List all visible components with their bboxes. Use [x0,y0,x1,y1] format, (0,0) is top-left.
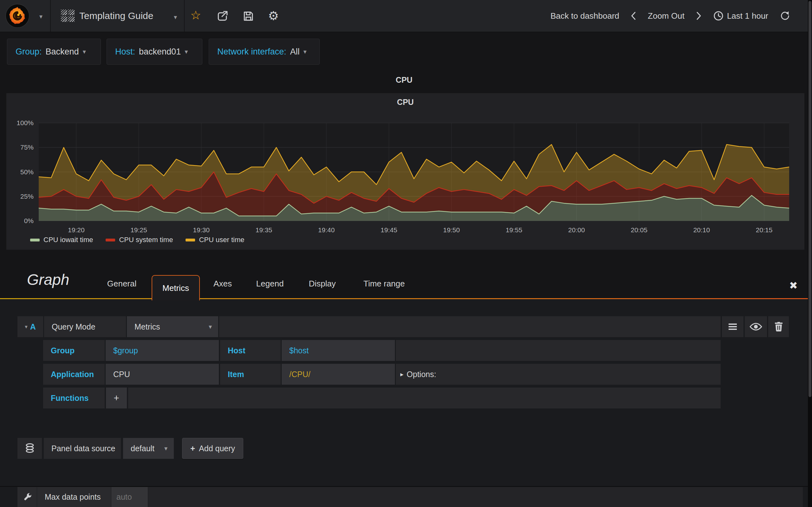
tab-underline [0,298,808,299]
legend-item[interactable]: CPU system time [106,236,173,244]
back-to-dashboard-button[interactable]: Back to dashboard [551,11,619,21]
caret-down-icon: ▾ [209,323,212,331]
options-toggle[interactable]: ▸ Options: [396,364,721,385]
svg-text:20:10: 20:10 [693,226,710,233]
refresh-icon[interactable] [780,10,791,21]
tab-general[interactable]: General [105,279,138,289]
dashboard-grid-icon[interactable] [61,9,74,22]
caret-down-icon: ▾ [164,445,167,452]
plus-icon: + [190,444,195,453]
variable-value: Backend [46,47,79,57]
query-mode-label: Query Mode [44,316,126,337]
scrollbar-thumb[interactable] [809,1,811,397]
variable-label: Host: [115,47,135,57]
query-row-spacer [219,316,721,337]
legend-swatch [30,239,40,241]
svg-text:25%: 25% [20,193,34,200]
datasource-select[interactable]: default ▾ [123,438,174,459]
variable-label: Group: [15,47,42,57]
variable-label: Network interface: [217,47,287,57]
svg-text:20:15: 20:15 [756,226,773,233]
query-row-spacer [396,340,721,361]
legend-label: CPU system time [119,236,173,244]
svg-text:100%: 100% [16,119,34,126]
max-data-points-label: Max data points [37,487,111,507]
bottom-row-spacer [148,487,803,507]
query-toggle-visibility-button[interactable] [745,316,767,337]
time-range-label: Last 1 hour [727,11,768,21]
host-segment-input[interactable]: $host [282,340,395,361]
legend-swatch [186,239,195,241]
shift-time-forward-icon[interactable] [696,11,702,20]
tab-time-range[interactable]: Time range [360,279,408,289]
group-segment-input[interactable]: $group [106,340,219,361]
svg-text:19:20: 19:20 [68,226,85,233]
legend-item[interactable]: CPU user time [186,236,244,244]
variable-dropdown-network-interface[interactable]: Network interface: All ▾ [209,39,320,65]
svg-text:75%: 75% [20,144,34,151]
grafana-logo[interactable] [5,3,30,28]
variable-dropdown-host[interactable]: Host: backend01 ▾ [107,39,202,65]
caret-right-icon: ▸ [400,371,403,377]
time-picker-button[interactable]: Last 1 hour [713,10,768,21]
group-label: Group [43,340,105,361]
datasource-value: default [131,444,154,453]
query-ref-id: A [30,322,36,331]
tab-display[interactable]: Display [307,279,338,289]
wrench-icon [22,492,32,502]
star-icon[interactable]: ☆ [190,8,201,22]
query-mode-select[interactable]: Metrics ▾ [127,316,218,337]
query-row-spacer [128,388,721,408]
zoom-out-button[interactable]: Zoom Out [648,11,684,21]
dashboard-row-title[interactable]: CPU [0,75,808,84]
caret-down-icon: ▾ [304,49,307,55]
legend-swatch [106,239,115,241]
tab-metrics[interactable]: Metrics [152,275,200,300]
svg-text:19:40: 19:40 [318,226,335,233]
query-menu-button[interactable] [722,316,744,337]
tab-axes[interactable]: Axes [211,279,235,289]
add-function-button[interactable]: + [106,388,127,408]
section-divider [0,486,808,487]
tab-legend[interactable]: Legend [253,279,287,289]
clock-icon [713,10,724,21]
dashboard-title[interactable]: Templating Guide [79,10,153,21]
dashboard-title-caret-icon[interactable]: ▾ [174,14,177,20]
save-icon[interactable] [242,10,254,22]
navbar: ▾ Templating Guide ▾ ☆ ⚙ Back to dashboa… [0,0,812,32]
svg-text:19:30: 19:30 [193,226,210,233]
svg-text:19:25: 19:25 [131,226,147,233]
navbar-divider [50,0,51,32]
options-label: Options: [407,370,436,379]
svg-text:20:00: 20:00 [568,226,585,233]
datasource-cell [17,438,42,459]
application-segment-input[interactable]: CPU [106,364,219,385]
share-icon[interactable] [216,10,229,22]
eye-icon [750,322,762,331]
svg-text:0%: 0% [24,217,34,224]
panel-type-title: Graph [27,271,69,288]
item-segment-input[interactable]: /CPU/ [282,364,395,385]
cpu-chart[interactable]: 19:2019:2519:3019:3519:4019:4519:5019:55… [6,93,804,250]
shift-time-back-icon[interactable] [630,11,636,20]
gear-icon[interactable]: ⚙ [268,9,279,23]
close-icon[interactable]: ✖ [789,279,798,291]
application-label: Application [43,364,105,385]
svg-text:19:35: 19:35 [256,226,272,233]
svg-text:50%: 50% [20,168,34,176]
svg-text:19:45: 19:45 [380,226,397,233]
chart-legend: CPU iowait time CPU system time CPU user… [30,236,244,244]
legend-item[interactable]: CPU iowait time [30,236,93,244]
caret-down-icon: ▾ [25,324,28,330]
max-data-points-input[interactable] [111,487,148,507]
variable-dropdown-group[interactable]: Group: Backend ▾ [7,39,101,65]
legend-label: CPU iowait time [44,236,93,244]
functions-label: Functions [43,388,105,408]
logo-menu-caret-icon[interactable]: ▾ [39,13,43,20]
add-query-button[interactable]: + Add query [182,438,243,459]
query-delete-button[interactable] [768,316,789,337]
query-collapse-toggle[interactable]: ▾ A [17,316,43,337]
legend-label: CPU user time [199,236,244,244]
query-mode-value: Metrics [135,322,160,331]
host-label: Host [220,340,281,361]
